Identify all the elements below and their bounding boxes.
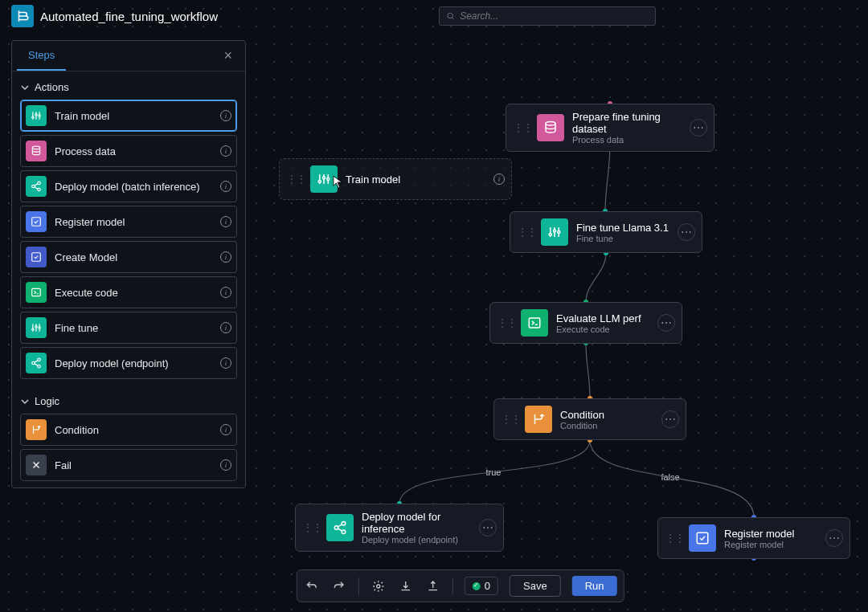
info-icon[interactable]: i: [220, 459, 231, 471]
node-subtitle: Execute code: [556, 324, 649, 334]
step-label: Execute code: [55, 287, 220, 299]
node-menu-button[interactable]: ⋯: [661, 410, 679, 428]
step-item-deploy-model-endpoint-[interactable]: Deploy model (endpoint) i: [20, 347, 237, 379]
settings-button[interactable]: [371, 578, 387, 594]
drag-handle-icon[interactable]: ⋮⋮: [501, 413, 520, 426]
step-item-condition[interactable]: Condition i: [20, 414, 237, 446]
svg-rect-20: [32, 218, 41, 226]
info-icon[interactable]: i: [220, 287, 231, 298]
check-square-icon: [26, 247, 47, 267]
svg-point-14: [35, 114, 37, 116]
search-input-wrapper[interactable]: [439, 6, 656, 26]
check-square-icon: [26, 211, 47, 232]
node-menu-button[interactable]: ⋯: [479, 519, 497, 537]
export-button[interactable]: [425, 578, 441, 594]
svg-point-19: [38, 188, 41, 191]
svg-rect-21: [32, 253, 41, 262]
drag-handle-icon[interactable]: ⋮⋮: [665, 532, 684, 545]
drag-handle-icon[interactable]: ⋮⋮: [513, 121, 532, 134]
step-label: Fail: [55, 459, 220, 471]
drag-handle-icon[interactable]: ⋮⋮: [302, 521, 321, 534]
node-n1[interactable]: ⋮⋮ Prepare fine tuning dataset Process d…: [506, 104, 714, 152]
check-square-icon: [689, 524, 716, 552]
node-n4[interactable]: ⋮⋮ Condition Condition ⋯: [493, 398, 686, 440]
svg-point-34: [554, 230, 556, 232]
step-item-deploy-model-batch-inference-[interactable]: Deploy model (batch inference) i: [20, 170, 237, 202]
node-title: Fine tune Llama 3.1: [576, 222, 669, 234]
node-title: Condition: [560, 409, 653, 421]
download-button[interactable]: [398, 578, 414, 594]
info-icon[interactable]: i: [220, 181, 231, 192]
drag-handle-icon[interactable]: ⋮⋮: [517, 226, 536, 239]
node-subtitle: Deploy model (endpoint): [362, 535, 471, 545]
drag-handle-icon[interactable]: ⋮⋮: [497, 316, 516, 329]
svg-point-41: [377, 585, 380, 588]
step-item-register-model[interactable]: Register model i: [20, 206, 237, 238]
save-button[interactable]: Save: [510, 575, 561, 597]
svg-point-26: [38, 358, 41, 361]
step-label: Create Model: [55, 251, 220, 263]
search-input[interactable]: [460, 10, 649, 22]
step-item-create-model[interactable]: Create Model i: [20, 241, 237, 273]
sliders-icon: [26, 317, 47, 338]
step-item-execute-code[interactable]: Execute code i: [20, 276, 237, 308]
undo-button[interactable]: [304, 578, 320, 594]
terminal-icon: [26, 282, 47, 303]
node-menu-button[interactable]: ⋯: [657, 314, 675, 332]
svg-rect-40: [697, 532, 708, 544]
step-item-process-data[interactable]: Process data i: [20, 135, 237, 167]
svg-point-38: [334, 526, 338, 530]
svg-point-24: [35, 326, 37, 328]
svg-point-29: [318, 181, 321, 183]
section-logic[interactable]: Logic: [12, 386, 245, 414]
node-title: Train model: [346, 173, 493, 186]
step-item-fail[interactable]: Fail i: [20, 449, 237, 481]
x-icon: [26, 455, 47, 475]
mouse-cursor-icon: [333, 175, 344, 190]
node-title: Register model: [724, 528, 817, 540]
node-n6[interactable]: ⋮⋮ Register model Register model ⋯: [657, 517, 850, 559]
branch-icon: [525, 406, 552, 433]
info-icon[interactable]: i: [493, 173, 505, 185]
node-n2[interactable]: ⋮⋮ Fine tune Llama 3.1 Fine tune ⋯: [510, 211, 702, 253]
database-icon: [537, 114, 564, 141]
node-n5[interactable]: ⋮⋮ Deploy model for inference Deploy mod…: [295, 504, 504, 552]
info-icon[interactable]: i: [220, 322, 231, 333]
node-title: Evaluate LLM perf: [556, 312, 649, 324]
node-n3[interactable]: ⋮⋮ Evaluate LLM perf Execute code ⋯: [489, 302, 682, 344]
svg-point-32: [546, 122, 555, 126]
node-subtitle: Process data: [572, 135, 682, 145]
info-icon[interactable]: i: [220, 251, 231, 263]
node-title: Deploy model for inference: [362, 511, 471, 535]
step-item-fine-tune[interactable]: Fine tune i: [20, 312, 237, 344]
info-icon[interactable]: i: [220, 110, 231, 121]
share-icon: [26, 353, 47, 373]
run-button[interactable]: Run: [572, 576, 617, 596]
svg-point-18: [32, 185, 35, 188]
tab-steps[interactable]: Steps: [17, 41, 66, 71]
section-actions[interactable]: Actions: [12, 71, 245, 100]
workflow-logo-icon: [11, 5, 34, 27]
bottom-toolbar: 0 Save Run: [297, 569, 624, 602]
node-menu-button[interactable]: ⋯: [678, 223, 695, 241]
close-sidebar-button[interactable]: ×: [215, 43, 240, 69]
info-icon[interactable]: i: [220, 216, 231, 227]
info-icon[interactable]: i: [220, 424, 231, 435]
redo-button[interactable]: [331, 578, 347, 594]
chevron-down-icon: [20, 83, 30, 92]
search-icon: [446, 11, 455, 21]
svg-point-25: [39, 327, 40, 328]
svg-point-27: [32, 361, 35, 365]
svg-point-17: [38, 182, 41, 185]
node-menu-button[interactable]: ⋯: [690, 119, 707, 137]
info-icon[interactable]: i: [220, 145, 231, 157]
info-icon[interactable]: i: [220, 357, 231, 369]
steps-sidebar: Steps × Actions Train model i Process da…: [11, 40, 246, 488]
svg-point-31: [327, 178, 330, 181]
node-menu-button[interactable]: ⋯: [825, 529, 843, 547]
chevron-down-icon: [20, 397, 30, 406]
step-item-train-model[interactable]: Train model i: [20, 100, 237, 132]
node-drag[interactable]: ⋮⋮ Train model i: [279, 158, 512, 200]
svg-point-37: [342, 522, 346, 526]
drag-handle-icon[interactable]: ⋮⋮: [286, 173, 305, 186]
